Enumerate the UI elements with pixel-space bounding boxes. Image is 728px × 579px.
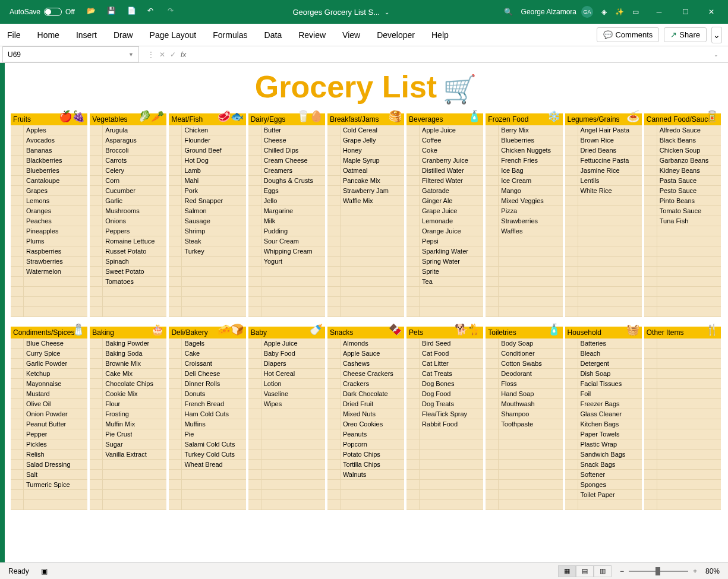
- empty-cell[interactable]: [341, 236, 343, 246]
- list-item[interactable]: Tomatoes: [90, 277, 166, 287]
- list-item[interactable]: Honey: [327, 145, 404, 156]
- item-checkbox[interactable]: [644, 267, 657, 276]
- item-checkbox[interactable]: [486, 246, 499, 256]
- list-item[interactable]: Cold Cereal: [327, 125, 404, 135]
- item-checkbox[interactable]: [11, 135, 24, 145]
- empty-row[interactable]: [565, 267, 642, 277]
- item-checkbox[interactable]: [90, 145, 103, 155]
- item-checkbox[interactable]: [11, 480, 24, 489]
- empty-cell[interactable]: [420, 470, 422, 479]
- list-item[interactable]: Fettuccine Pasta: [565, 156, 642, 166]
- item-checkbox[interactable]: [90, 277, 103, 286]
- list-item[interactable]: Maple Syrup: [327, 156, 404, 166]
- empty-row[interactable]: [644, 429, 721, 439]
- empty-row[interactable]: [169, 257, 245, 267]
- item-checkbox[interactable]: [90, 206, 103, 216]
- list-item[interactable]: Sandwich Bags: [565, 450, 642, 460]
- item-checkbox[interactable]: [565, 338, 578, 348]
- item-checkbox[interactable]: [406, 460, 420, 469]
- item-checkbox[interactable]: [169, 257, 182, 266]
- item-checkbox[interactable]: [644, 419, 657, 429]
- empty-row[interactable]: [486, 287, 562, 297]
- list-item[interactable]: Tortilla Chips: [327, 460, 404, 470]
- list-item[interactable]: Avocados: [11, 135, 87, 145]
- item-checkbox[interactable]: [486, 307, 499, 317]
- item-checkbox[interactable]: [11, 267, 24, 276]
- item-checkbox[interactable]: [11, 277, 24, 286]
- item-checkbox[interactable]: [565, 490, 578, 499]
- effects-icon[interactable]: ✨: [615, 8, 624, 16]
- item-checkbox[interactable]: [327, 196, 341, 205]
- item-checkbox[interactable]: [90, 470, 103, 479]
- item-checkbox[interactable]: [406, 166, 420, 175]
- list-item[interactable]: Muffin Mix: [90, 419, 166, 429]
- item-checkbox[interactable]: [486, 500, 499, 510]
- item-checkbox[interactable]: [248, 399, 261, 409]
- item-checkbox[interactable]: [565, 216, 578, 226]
- item-checkbox[interactable]: [248, 470, 261, 479]
- empty-cell[interactable]: [657, 267, 660, 276]
- item-checkbox[interactable]: [406, 369, 420, 378]
- empty-cell[interactable]: [578, 287, 581, 296]
- empty-cell[interactable]: [657, 349, 660, 358]
- item-checkbox[interactable]: [565, 429, 578, 439]
- item-checkbox[interactable]: [406, 480, 420, 489]
- empty-cell[interactable]: [578, 236, 581, 246]
- item-checkbox[interactable]: [406, 186, 420, 195]
- item-checkbox[interactable]: [11, 297, 24, 306]
- item-checkbox[interactable]: [327, 135, 341, 145]
- item-checkbox[interactable]: [327, 450, 341, 459]
- item-checkbox[interactable]: [90, 439, 103, 449]
- empty-row[interactable]: [565, 246, 642, 257]
- item-checkbox[interactable]: [248, 409, 261, 419]
- item-checkbox[interactable]: [406, 287, 420, 296]
- list-item[interactable]: Orange Juice: [406, 226, 483, 236]
- list-item[interactable]: Russet Potato: [90, 246, 166, 257]
- item-checkbox[interactable]: [486, 176, 499, 185]
- user-name[interactable]: George Alzamora: [521, 8, 576, 16]
- item-checkbox[interactable]: [169, 206, 182, 216]
- list-item[interactable]: Lamb: [169, 166, 245, 176]
- item-checkbox[interactable]: [248, 145, 261, 155]
- list-item[interactable]: Dried Beans: [565, 145, 642, 156]
- list-item[interactable]: Mayonnaise: [11, 379, 87, 389]
- item-checkbox[interactable]: [248, 307, 261, 317]
- empty-cell[interactable]: [103, 490, 105, 499]
- item-checkbox[interactable]: [11, 196, 24, 205]
- list-item[interactable]: Sweet Potato: [90, 267, 166, 277]
- item-checkbox[interactable]: [406, 135, 420, 145]
- list-item[interactable]: Chicken: [169, 125, 245, 135]
- item-checkbox[interactable]: [327, 490, 341, 499]
- empty-cell[interactable]: [420, 450, 422, 459]
- item-checkbox[interactable]: [248, 379, 261, 388]
- item-checkbox[interactable]: [327, 216, 341, 226]
- item-checkbox[interactable]: [406, 419, 420, 429]
- redo-icon[interactable]: ↷: [168, 7, 178, 17]
- item-checkbox[interactable]: [11, 226, 24, 236]
- empty-row[interactable]: [644, 399, 721, 409]
- empty-row[interactable]: [486, 236, 562, 246]
- item-checkbox[interactable]: [406, 236, 420, 246]
- list-item[interactable]: Toilet Paper: [565, 490, 642, 500]
- list-item[interactable]: Hot Dog: [169, 156, 245, 166]
- item-checkbox[interactable]: [248, 186, 261, 195]
- list-item[interactable]: Strawberry Jam: [327, 186, 404, 196]
- list-item[interactable]: Vanilla Extract: [90, 450, 166, 460]
- list-item[interactable]: Alfredo Sauce: [644, 125, 721, 135]
- item-checkbox[interactable]: [248, 206, 261, 216]
- list-item[interactable]: Shampoo: [486, 409, 562, 419]
- item-checkbox[interactable]: [644, 297, 657, 306]
- item-checkbox[interactable]: [565, 307, 578, 317]
- list-item[interactable]: Salmon: [169, 206, 245, 216]
- empty-cell[interactable]: [182, 277, 184, 286]
- item-checkbox[interactable]: [406, 389, 420, 398]
- item-checkbox[interactable]: [486, 277, 499, 286]
- empty-row[interactable]: [169, 297, 245, 307]
- item-checkbox[interactable]: [644, 277, 657, 286]
- empty-row[interactable]: [486, 307, 562, 317]
- empty-cell[interactable]: [578, 257, 581, 266]
- empty-cell[interactable]: [499, 480, 501, 489]
- list-item[interactable]: Salt: [11, 470, 87, 480]
- share-dropdown[interactable]: ⌄: [711, 27, 722, 43]
- item-checkbox[interactable]: [11, 379, 24, 388]
